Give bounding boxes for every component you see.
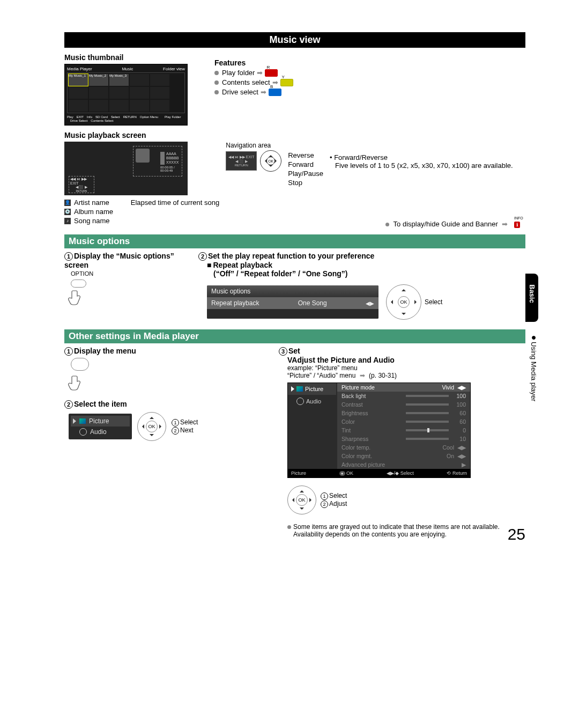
yellow-key-icon: Y xyxy=(280,79,293,86)
tv-left: Media Player xyxy=(67,67,92,71)
red-key-icon: R xyxy=(265,69,278,77)
folder: My Music_2 xyxy=(89,74,108,86)
hand-press-icon xyxy=(66,373,88,394)
repeat-opts: (“Off” / “Repeat folder” / “One Song”) xyxy=(213,269,525,278)
caret-right-icon xyxy=(73,418,76,424)
option-button[interactable] xyxy=(71,280,86,288)
select-item-title: 2Select the item xyxy=(64,400,279,409)
legend-song: ♪Song name xyxy=(64,217,219,225)
repeat-playback: Repeat playback xyxy=(213,261,272,269)
nav-reverse: Reverse xyxy=(288,151,323,159)
nav-stop: Stop xyxy=(288,179,323,187)
fr-note-1: • Forward/Reverse xyxy=(330,153,525,161)
exit-return-icon: ◀◀ ⏯ ▶▶ EXIT◀ ⬛ ▶RETURN xyxy=(226,151,257,171)
picture-menu: Picture Audio Picture modeVivid◀▶Back li… xyxy=(287,383,471,478)
legend-album: 💿Album name xyxy=(64,208,219,216)
picture-menu-row[interactable]: Back light100 xyxy=(337,392,470,400)
nav-forward: Forward xyxy=(288,160,323,168)
picture-icon xyxy=(79,418,86,424)
picture-menu-row[interactable]: Tint0 xyxy=(337,426,470,435)
feature-contents-select: Contents select➡Y xyxy=(214,78,525,86)
picture-menu-row[interactable]: Color60 xyxy=(337,417,470,426)
example-text: example: “Picture” menu xyxy=(287,364,525,372)
nav-ok-pad-icon[interactable] xyxy=(137,412,166,441)
menu-button[interactable] xyxy=(71,358,89,371)
hand-press-icon xyxy=(66,288,88,309)
panel-row-label: Repeat playback xyxy=(211,299,259,307)
adjust-title: VAdjust the Picture and Audio xyxy=(287,356,525,364)
playback-title: Music playback screen xyxy=(64,131,525,139)
music-options-banner: Music options xyxy=(64,234,525,248)
lr-arrows-icon: ◀▶ xyxy=(366,300,374,306)
feature-play-folder: Play folder➡R xyxy=(214,69,525,77)
nav-area-box: ◀◀ ⏯ ▶▶ EXIT ◀ ⬛ ▶ RETURN xyxy=(69,176,94,193)
tv-mid: Music xyxy=(122,67,133,71)
tv-right: Folder view xyxy=(163,67,185,71)
playback-screen: AAAA BBBBB XXXXX 00:00:05 / 00:00:49 ◀◀ … xyxy=(64,142,188,195)
info-button-icon: ℹ xyxy=(514,222,520,228)
pm-tab-picture[interactable]: Picture xyxy=(288,383,336,395)
menu-item-picture[interactable]: Picture xyxy=(71,416,130,426)
nav-playpause: Play/Pause xyxy=(288,170,323,178)
picture-menu-row[interactable]: Brightness60 xyxy=(337,409,470,417)
pm-footer-title: Picture xyxy=(291,470,306,476)
fr-note-2: Five levels of 1 to 5 (x2, x5, x30, x70,… xyxy=(330,161,525,170)
bullet-icon xyxy=(287,525,291,529)
folder-blank xyxy=(130,74,149,86)
thumbnail-screen: Media Player Music Folder view My Music_… xyxy=(64,64,188,126)
next-action: 2Next xyxy=(172,426,198,435)
folder: My Music_3 xyxy=(109,74,129,86)
side-section: Basic xyxy=(528,284,536,303)
features-title: Features xyxy=(214,58,525,67)
side-bullet: ● xyxy=(529,333,538,342)
picture-menu-row[interactable]: Picture modeVivid◀▶ xyxy=(337,383,470,392)
music-thumbnail-title: Music thumbnail xyxy=(64,53,204,62)
feature-drive-select: Drive select➡B xyxy=(214,88,525,96)
nav-area-label: Navigation area xyxy=(226,142,525,149)
nav-ok-pad-icon[interactable] xyxy=(386,284,421,320)
panel-title: Music options xyxy=(207,285,378,297)
step2-title: 2Set the play repeat function to your pr… xyxy=(198,252,525,261)
adjust-action: 2Adjust xyxy=(321,500,347,508)
side-sub: Using Media player xyxy=(530,342,538,401)
pm-tab-audio[interactable]: Audio xyxy=(288,395,336,408)
panel-row-value: One Song xyxy=(298,299,327,307)
menu-list: Picture Audio xyxy=(69,414,132,439)
picture-menu-row[interactable]: Color temp.Cool◀▶ xyxy=(337,443,470,452)
other-settings-banner: Other settings in Media player xyxy=(64,329,525,343)
select-action: 1Select xyxy=(321,492,347,500)
menu-item-audio[interactable]: Audio xyxy=(71,426,130,437)
audio-icon xyxy=(79,428,87,436)
album-art-icon xyxy=(136,149,150,163)
folder-blank xyxy=(150,74,169,86)
picture-menu-row[interactable]: Color mgmt.On◀▶ xyxy=(337,452,470,460)
legend-artist: 👤Artist nameElapsed time of current song xyxy=(64,198,219,207)
nav-pad-icon: OK xyxy=(260,150,281,172)
picture-menu-row[interactable]: Advanced picture▶ xyxy=(337,460,470,469)
music-view-banner: Music view xyxy=(64,32,525,48)
music-options-panel: Music options Repeat playback One Song ◀… xyxy=(207,285,378,319)
option-btn-label: OPTION xyxy=(71,270,198,277)
nav-ok-pad-icon[interactable] xyxy=(287,486,316,514)
note-text: Some items are grayed out to indicate th… xyxy=(293,523,525,538)
ref-text: “Picture” / “Audio” menu xyxy=(287,372,355,379)
picture-menu-row[interactable]: Contrast100 xyxy=(337,400,470,409)
folder: My Music_1 xyxy=(69,74,88,86)
ref-page: (p. 30-31) xyxy=(369,372,397,379)
bullet-icon xyxy=(385,223,389,226)
set-title: 3Set xyxy=(279,347,525,356)
page-number: 25 xyxy=(508,525,525,543)
blue-key-icon: B xyxy=(269,89,281,96)
select-action: 1Select xyxy=(172,418,198,426)
picture-menu-row[interactable]: Sharpness10 xyxy=(337,435,470,443)
step1-title: 1Display the “Music options” screen xyxy=(64,252,198,269)
display-menu-title: 1Display the menu xyxy=(64,347,279,356)
guide-banner-text: To display/hide Guide and Banner xyxy=(394,220,498,228)
select-label: Select xyxy=(425,298,442,306)
